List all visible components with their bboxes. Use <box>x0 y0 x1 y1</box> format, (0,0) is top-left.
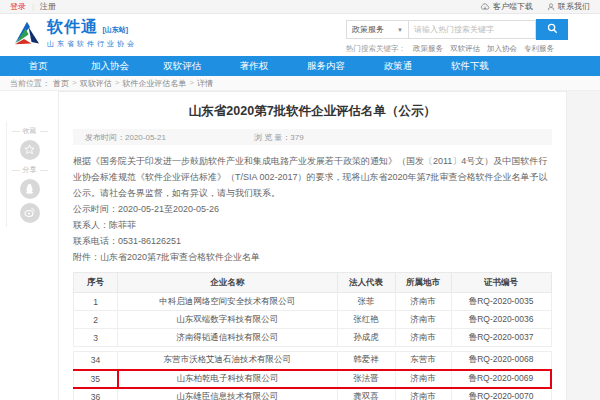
cell-city: 济南市 <box>395 293 451 311</box>
cell-company: 山东柏乾电子科技有限公司 <box>118 370 338 388</box>
star-icon <box>24 141 35 159</box>
table-row[interactable]: 3济南得韬通信科技有限公司孙成虎济南市鲁RQ-2020-0037 <box>74 329 552 347</box>
table-column-header: 所属地市 <box>395 273 451 293</box>
table-row[interactable]: 35山东柏乾电子科技有限公司张法晋济南市鲁RQ-2020-0069 <box>74 370 552 388</box>
login-link[interactable]: 登录 <box>10 1 26 12</box>
view-count: 浏 览 量：379 <box>254 132 304 143</box>
page-title: 山东省2020第7批软件企业评估名单（公示） <box>73 103 552 120</box>
article-info-line: 公示时间：2020-05-21至2020-05-26 <box>73 201 552 217</box>
hot-keyword-link[interactable]: 加入协会 <box>487 44 517 54</box>
table-column-header: 序号 <box>74 273 118 293</box>
article-info-line: 联系人：陈菲菲 <box>73 217 552 233</box>
search-button[interactable] <box>536 19 568 40</box>
cell-no: 36 <box>74 388 118 400</box>
breadcrumb-item[interactable]: 首页 <box>53 78 69 89</box>
hot-keyword-link[interactable]: 专利服务 <box>524 44 554 54</box>
user-icon <box>547 3 555 11</box>
cell-legal-rep: 孙成虎 <box>337 329 395 347</box>
content-area: 收藏 分享 山东省2020第7批软件企业评估名单（公示） 发布时间：2020-0… <box>0 91 600 400</box>
cell-cert-no: 鲁RQ-2020-0070 <box>451 388 551 400</box>
nav-item-政策通[interactable]: 政策通 <box>362 56 434 76</box>
breadcrumb-item[interactable]: 软件企业评估名单 <box>122 78 186 89</box>
chevron-down-icon: ▼ <box>397 27 403 33</box>
site-logo[interactable]: 软件通 [山东站] 山东省软件行业协会 <box>12 18 137 49</box>
table-row[interactable]: 2山东双端数字科技有限公司张红艳济南市鲁RQ-2020-0036 <box>74 311 552 329</box>
cell-city: 济南市 <box>395 388 451 400</box>
favorite-button[interactable] <box>20 140 40 160</box>
table-header-row: 序号企业名称法人代表所属地市证书编号 <box>74 273 552 293</box>
table-column-header: 企业名称 <box>118 273 338 293</box>
breadcrumb: 当前位置： 首页>双软评估>软件企业评估名单>详情 <box>0 76 600 91</box>
cell-cert-no: 鲁RQ-2020-0035 <box>451 293 551 311</box>
top-utility-bar: 登录 | 注册 客户端下载 联系我们 <box>0 0 600 14</box>
cell-city: 济南市 <box>395 329 451 347</box>
share-sidebar: 收藏 分享 <box>6 121 52 227</box>
share-weibo-button[interactable] <box>20 203 40 223</box>
breadcrumb-separator: > <box>72 78 77 89</box>
search-input[interactable] <box>408 20 536 39</box>
nav-item-双软评估[interactable]: 双软评估 <box>146 56 218 76</box>
qq-icon <box>24 180 35 198</box>
nav-item-服务内容[interactable]: 服务内容 <box>290 56 362 76</box>
cell-legal-rep: 韩爱祥 <box>337 352 395 370</box>
cell-company: 济南得韬通信科技有限公司 <box>118 329 338 347</box>
client-download-link[interactable]: 客户端下载 <box>480 1 533 12</box>
cell-no: 34 <box>74 352 118 370</box>
hot-keyword-link[interactable]: 双软评估 <box>450 44 480 54</box>
table-column-header: 证书编号 <box>451 273 551 293</box>
right-gutter <box>567 91 600 400</box>
breadcrumb-item[interactable]: 双软评估 <box>80 78 112 89</box>
article-info-line: 附件：山东省2020第7批审查合格软件企业名单 <box>73 249 552 265</box>
company-table: 序号企业名称法人代表所属地市证书编号 1中科启迪网络空间安全技术有限公司张菲济南… <box>73 272 552 400</box>
article-paragraph: 根据《国务院关于印发进一步鼓励软件产业和集成电路产业发展若干政策的通知》（国发〔… <box>73 153 552 201</box>
cell-cert-no: 鲁RQ-2020-0068 <box>451 352 551 370</box>
nav-item-著作权[interactable]: 著作权 <box>218 56 290 76</box>
article-card: 山东省2020第7批软件企业评估名单（公示） 发布时间：2020-05-21 浏… <box>58 91 567 400</box>
cell-company: 山东双端数字科技有限公司 <box>118 311 338 329</box>
table-row[interactable]: 36山东雄臣信息技术有限公司龚双喜济南市鲁RQ-2020-0070 <box>74 388 552 400</box>
article-meta: 发布时间：2020-05-21 浏 览 量：379 <box>73 129 552 145</box>
main-nav: 首页加入协会双软评估著作权服务内容政策通软件下载 <box>0 56 600 76</box>
divider: | <box>32 2 34 11</box>
cell-city: 济南市 <box>395 370 451 388</box>
hot-keywords-row: 热门搜索关键字： 政策服务双软评估加入协会专利服务 <box>346 44 568 54</box>
share-qq-button[interactable] <box>20 179 40 199</box>
breadcrumb-item[interactable]: 详情 <box>197 78 213 89</box>
table-row[interactable]: 34东营市沃格艾迪石油技术有限公司韩爱祥东营市鲁RQ-2020-0068 <box>74 352 552 370</box>
breadcrumb-label: 当前位置： <box>10 78 50 89</box>
nav-item-加入协会[interactable]: 加入协会 <box>74 56 146 76</box>
contact-us-link[interactable]: 联系我们 <box>547 1 590 12</box>
cell-city: 东营市 <box>395 352 451 370</box>
hot-keyword-link[interactable]: 政策服务 <box>413 44 443 54</box>
cell-legal-rep: 龚双喜 <box>337 388 395 400</box>
site-name: 软件通 <box>47 18 98 35</box>
breadcrumb-separator: > <box>189 78 194 89</box>
search-icon <box>547 22 558 37</box>
cell-company: 东营市沃格艾迪石油技术有限公司 <box>118 352 338 370</box>
article-info-line: 联系电话：0531-86126251 <box>73 233 552 249</box>
cell-city: 济南市 <box>395 311 451 329</box>
table-row[interactable]: 1中科启迪网络空间安全技术有限公司张菲济南市鲁RQ-2020-0035 <box>74 293 552 311</box>
cloud-download-icon <box>480 3 490 11</box>
cell-company: 山东雄臣信息技术有限公司 <box>118 388 338 400</box>
breadcrumb-separator: > <box>115 78 120 89</box>
cell-legal-rep: 张法晋 <box>337 370 395 388</box>
favorite-label: 收藏 <box>7 126 52 136</box>
search-category-select[interactable]: 政策服务 ▼ <box>346 20 408 39</box>
org-name: 山东省软件行业协会 <box>47 39 137 49</box>
share-label: 分享 <box>7 165 52 175</box>
cell-no: 2 <box>74 311 118 329</box>
cell-legal-rep: 张菲 <box>337 293 395 311</box>
cell-no: 35 <box>74 370 118 388</box>
register-link[interactable]: 注册 <box>40 1 56 12</box>
cell-company: 中科启迪网络空间安全技术有限公司 <box>118 293 338 311</box>
weibo-icon <box>24 204 36 222</box>
site-station: [山东站] <box>102 26 128 33</box>
cell-legal-rep: 张红艳 <box>337 311 395 329</box>
nav-item-首页[interactable]: 首页 <box>2 56 74 76</box>
table-column-header: 法人代表 <box>337 273 395 293</box>
nav-item-软件下载[interactable]: 软件下载 <box>434 56 506 76</box>
cell-cert-no: 鲁RQ-2020-0037 <box>451 329 551 347</box>
logo-icon <box>12 18 42 48</box>
cell-cert-no: 鲁RQ-2020-0069 <box>451 370 551 388</box>
